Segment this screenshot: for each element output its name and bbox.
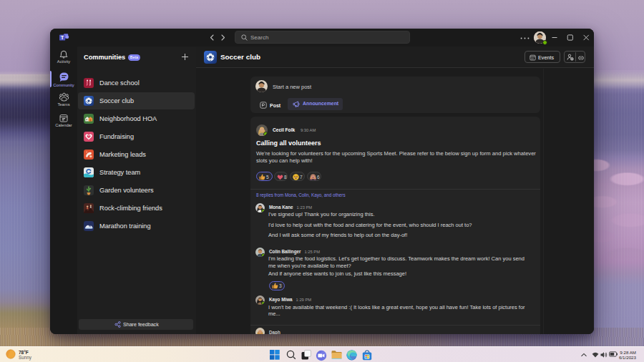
svg-text:T: T (61, 34, 64, 41)
